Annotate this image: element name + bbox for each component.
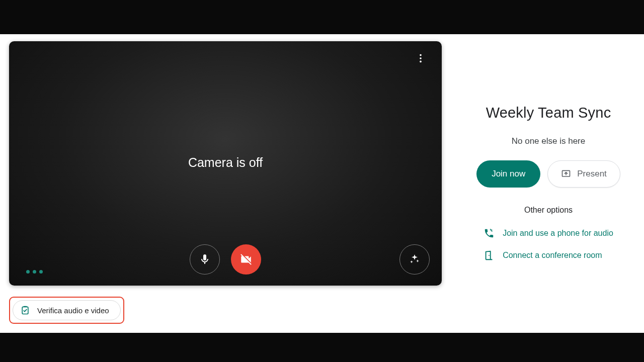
meeting-title: Weekly Team Sync — [486, 105, 611, 121]
left-column: Camera is off Verifica audio e — [0, 34, 453, 333]
visual-effects-button[interactable] — [399, 244, 430, 275]
svg-point-5 — [489, 255, 490, 256]
check-audio-video-button[interactable]: Verifica audio e video — [13, 300, 121, 320]
phone-audio-icon — [484, 228, 495, 239]
window-bottom-letterbox — [0, 333, 644, 362]
camera-off-icon — [239, 253, 253, 266]
connect-room-link[interactable]: Connect a conference room — [484, 250, 613, 261]
present-label: Present — [577, 169, 607, 179]
check-av-label: Verifica audio e video — [37, 306, 109, 315]
check-av-wrapper: Verifica audio e video — [9, 297, 453, 324]
microphone-icon — [199, 253, 211, 265]
join-now-label: Join now — [492, 169, 525, 179]
present-button[interactable]: Present — [547, 160, 620, 188]
join-button-row: Join now Present — [476, 160, 620, 188]
join-by-phone-link[interactable]: Join and use a phone for audio — [484, 228, 613, 239]
svg-point-0 — [420, 54, 422, 56]
audio-level-indicator — [26, 270, 43, 274]
video-preview: Camera is off — [9, 41, 442, 286]
sparkle-icon — [409, 253, 421, 265]
more-vert-icon — [415, 53, 426, 64]
camera-off-label: Camera is off — [188, 155, 263, 170]
right-column: Weekly Team Sync No one else is here Joi… — [453, 34, 644, 333]
svg-point-2 — [420, 61, 422, 63]
preview-controls — [190, 244, 261, 275]
preview-more-button[interactable] — [411, 48, 431, 68]
join-now-button[interactable]: Join now — [476, 160, 540, 188]
present-icon — [561, 169, 571, 179]
join-by-phone-label: Join and use a phone for audio — [503, 229, 613, 238]
main-content: Camera is off Verifica audio e — [0, 34, 644, 333]
svg-point-1 — [420, 57, 422, 59]
meeting-subtitle: No one else is here — [512, 136, 585, 146]
other-options-heading: Other options — [524, 206, 573, 215]
connect-room-label: Connect a conference room — [503, 251, 602, 260]
other-options-list: Join and use a phone for audio Connect a… — [484, 228, 613, 261]
clipboard-check-icon — [20, 305, 30, 315]
window-top-letterbox — [0, 0, 644, 34]
tutorial-highlight-box: Verifica audio e video — [9, 297, 124, 324]
meeting-room-icon — [484, 250, 495, 261]
mic-toggle-button[interactable] — [190, 244, 220, 275]
camera-toggle-button[interactable] — [231, 244, 261, 275]
